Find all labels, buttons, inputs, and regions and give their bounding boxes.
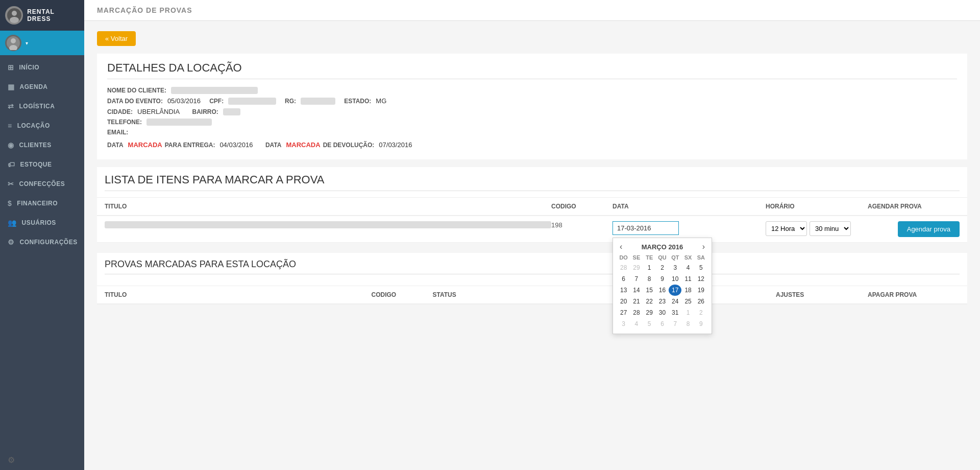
- calendar-day[interactable]: 12: [695, 273, 707, 285]
- user-dropdown-caret[interactable]: ▾: [26, 40, 28, 46]
- calendar-day[interactable]: 2: [656, 262, 669, 273]
- label-cidade: CIDADE:: [107, 108, 133, 115]
- calendar-day[interactable]: 4: [630, 318, 643, 330]
- sidebar-item-clientes[interactable]: ◉ CLIENTES: [0, 135, 84, 155]
- item-row: ████████████████ 198 ‹ MARÇO 2016 ›: [97, 216, 967, 243]
- agendar-prova-button[interactable]: Agendar prova: [898, 221, 960, 237]
- sidebar-item-usuarios[interactable]: 👥 USUÁRIOS: [0, 213, 84, 232]
- calendar-day[interactable]: 4: [681, 262, 694, 273]
- calendar-popup: ‹ MARÇO 2016 › DO SE TE QU QT SX SA: [612, 238, 712, 334]
- sidebar-item-inicio[interactable]: ⊞ INÍCIO: [0, 58, 84, 77]
- details-block: DETALHES DA LOCAÇÃO NOME DO CLIENTE: ███…: [97, 54, 967, 159]
- sidebar: RENTAL DRESS ▾ ⊞ INÍCIO ▦ AGENDA ⇄ LOGÍS…: [0, 0, 84, 470]
- col-provas-status: STATUS: [433, 291, 509, 298]
- cal-prev-button[interactable]: ‹: [617, 242, 625, 251]
- calendar-day[interactable]: 15: [643, 285, 656, 296]
- calendar-day[interactable]: 14: [630, 285, 643, 296]
- calendar-day[interactable]: 7: [630, 273, 643, 285]
- minuto-select[interactable]: 00 minu 15 minu 30 minu 45 minu: [810, 221, 851, 236]
- sidebar-item-locacao[interactable]: ≡ LOCAÇÃO: [0, 116, 84, 135]
- calendar-day[interactable]: 1: [643, 262, 656, 273]
- settings-footer-icon[interactable]: ⚙: [8, 456, 15, 464]
- agenda-icon: ▦: [8, 83, 15, 91]
- value-nome: ████████████████████: [171, 87, 258, 94]
- calendar-day[interactable]: 9: [695, 318, 707, 330]
- calendar-day[interactable]: 6: [617, 273, 630, 285]
- cal-nav: ‹ MARÇO 2016 ›: [617, 242, 707, 251]
- cal-days-header: DO SE TE QU QT SX SA: [617, 254, 707, 261]
- hora-select[interactable]: 12 Hora 1 Hora 2 Hora 3 Hora 4 Hora 5 Ho…: [766, 221, 807, 236]
- calendar-day[interactable]: 3: [617, 318, 630, 330]
- back-button[interactable]: « Voltar: [97, 31, 136, 46]
- calendar-day[interactable]: 21: [630, 296, 643, 307]
- calendar-day[interactable]: 7: [669, 318, 681, 330]
- calendar-day[interactable]: 8: [681, 318, 694, 330]
- value-cidade: UBERLÂNDIA: [137, 108, 180, 115]
- cal-next-button[interactable]: ›: [700, 242, 707, 251]
- calendar-day[interactable]: 1: [681, 307, 694, 318]
- sidebar-label-financeiro: FINANCEIRO: [17, 200, 58, 207]
- calendar-day[interactable]: 23: [656, 296, 669, 307]
- user-avatar: [5, 35, 21, 51]
- calendar-day[interactable]: 30: [656, 307, 669, 318]
- calendar-day[interactable]: 27: [617, 307, 630, 318]
- svg-point-1: [12, 11, 17, 16]
- col-data: DATA: [612, 203, 766, 210]
- day-header-qu: QU: [656, 254, 669, 261]
- day-header-qt: QT: [669, 254, 681, 261]
- sidebar-item-configuracoes[interactable]: ⚙ CONFIGURAÇÕES: [0, 232, 84, 252]
- calendar-day[interactable]: 17: [669, 285, 681, 296]
- sidebar-item-logistica[interactable]: ⇄ LOGÍSTICA: [0, 97, 84, 116]
- calendar-day[interactable]: 18: [681, 285, 694, 296]
- label-bairro: BAIRRO:: [192, 108, 218, 115]
- brand-name: RENTAL DRESS: [27, 8, 79, 22]
- calendar-day[interactable]: 8: [643, 273, 656, 285]
- calendar-day[interactable]: 5: [643, 318, 656, 330]
- sidebar-label-locacao: LOCAÇÃO: [17, 122, 50, 129]
- sidebar-item-estoque[interactable]: 🏷 ESTOQUE: [0, 155, 84, 174]
- calendar-day[interactable]: 28: [617, 262, 630, 273]
- calendar-day[interactable]: 25: [681, 296, 694, 307]
- calendar-day[interactable]: 16: [656, 285, 669, 296]
- date-input[interactable]: [612, 221, 679, 235]
- calendar-day[interactable]: 10: [669, 273, 681, 285]
- sidebar-label-inicio: INÍCIO: [19, 64, 40, 71]
- col-provas-titulo: TITULO: [105, 291, 372, 298]
- sidebar-label-configuracoes: CONFIGURAÇÕES: [20, 239, 78, 246]
- calendar-day[interactable]: 13: [617, 285, 630, 296]
- calendar-day[interactable]: 22: [643, 296, 656, 307]
- calendar-day[interactable]: 6: [656, 318, 669, 330]
- calendar-day[interactable]: 19: [695, 285, 707, 296]
- items-table-container: LISTA DE ITENS PARA MARCAR A PROVA TITUL…: [97, 167, 967, 243]
- calendar-day[interactable]: 31: [669, 307, 681, 318]
- sidebar-item-agenda[interactable]: ▦ AGENDA: [0, 77, 84, 97]
- financeiro-icon: $: [8, 199, 12, 207]
- sidebar-user[interactable]: ▾: [0, 31, 84, 55]
- calendar-day[interactable]: 11: [681, 273, 694, 285]
- item-titulo: ████████████████: [105, 221, 551, 228]
- label-estado: ESTADO:: [344, 98, 371, 105]
- calendar-day[interactable]: 20: [617, 296, 630, 307]
- col-provas-codigo: CODIGO: [372, 291, 433, 298]
- brand-logo: [5, 6, 23, 25]
- label-data-entrega-1: DATA: [107, 142, 124, 149]
- calendar-day[interactable]: 2: [695, 307, 707, 318]
- calendar-day[interactable]: 24: [669, 296, 681, 307]
- value-telefone: ███████████████: [146, 119, 212, 126]
- value-data-evento: 05/03/2016: [167, 97, 201, 105]
- sidebar-item-financeiro[interactable]: $ FINANCEIRO: [0, 194, 84, 213]
- calendar-day[interactable]: 3: [669, 262, 681, 273]
- calendar-day[interactable]: 26: [695, 296, 707, 307]
- calendar-day[interactable]: 9: [656, 273, 669, 285]
- calendar-day[interactable]: 29: [643, 307, 656, 318]
- sidebar-item-confeccoes[interactable]: ✂ CONFECÇÕES: [0, 174, 84, 194]
- date-field-wrap: ‹ MARÇO 2016 › DO SE TE QU QT SX SA: [612, 221, 766, 235]
- col-titulo: TITULO: [105, 203, 551, 210]
- usuarios-icon: 👥: [8, 219, 17, 227]
- day-header-te: TE: [643, 254, 656, 261]
- calendar-day[interactable]: 29: [630, 262, 643, 273]
- calendar-day[interactable]: 28: [630, 307, 643, 318]
- calendar-day[interactable]: 5: [695, 262, 707, 273]
- clientes-icon: ◉: [8, 141, 14, 149]
- col-provas-ajustes: AJUSTES: [776, 291, 868, 298]
